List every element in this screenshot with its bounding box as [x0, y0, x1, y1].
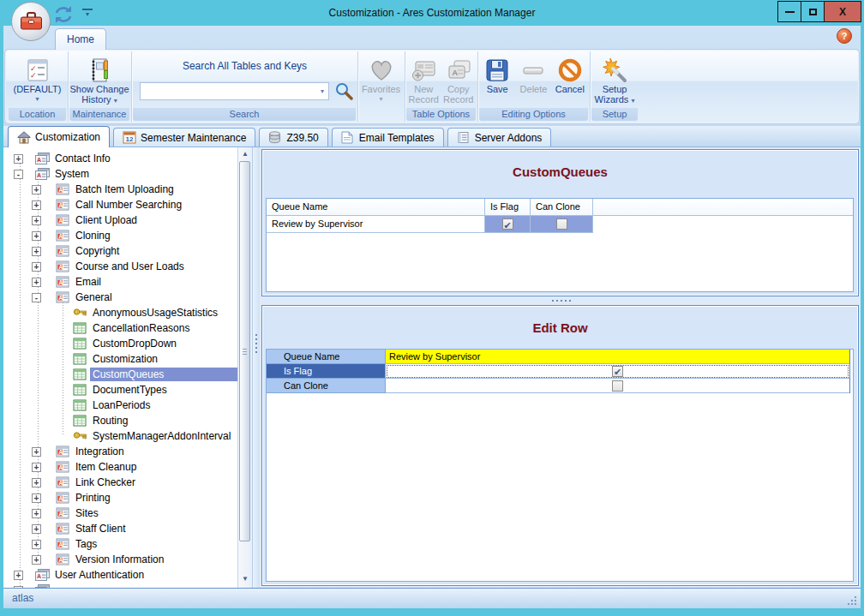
tree-item-link-checker[interactable]: +ALink Checker	[3, 475, 237, 490]
tree-item-item[interactable]: +A	[3, 583, 237, 588]
tree-scrollbar[interactable]: ▲ ▼	[237, 147, 252, 588]
column-header-queue-name[interactable]: Queue Name	[267, 199, 485, 216]
expander-icon[interactable]: +	[32, 524, 41, 534]
tree-item-label: Link Checker	[73, 475, 138, 489]
tree-item-staff-client[interactable]: +AStaff Client	[3, 521, 237, 536]
new-record-button[interactable]: New Record	[406, 53, 441, 110]
tree-item-cloning[interactable]: +ACloning	[3, 228, 237, 243]
column-header-is-flag[interactable]: Is Flag	[485, 199, 531, 216]
tree-item-label: Integration	[73, 445, 127, 458]
tree-item-printing[interactable]: +APrinting	[3, 490, 237, 505]
svg-text:12: 12	[126, 135, 134, 143]
table-icon	[73, 384, 87, 396]
tree-item-tags[interactable]: +ATags	[3, 536, 237, 552]
doc-tab-semester-maintenance[interactable]: 12Semester Maintenance	[113, 128, 255, 147]
tree-item-system[interactable]: -ASystem	[3, 166, 237, 182]
copy-record-button[interactable]: A Copy Record	[441, 53, 477, 110]
expander-icon[interactable]: +	[32, 493, 41, 503]
expander-icon[interactable]: +	[32, 216, 41, 225]
tree-item-routing[interactable]: Routing	[3, 413, 237, 428]
checkbox[interactable]	[502, 218, 513, 230]
vertical-splitter[interactable]	[252, 147, 260, 588]
tree-item-customqueues[interactable]: CustomQueues	[3, 367, 237, 382]
sync-icon[interactable]	[53, 5, 74, 24]
tree-item-call-number-searching[interactable]: +ACall Number Searching	[3, 197, 237, 212]
doc-tab-customization[interactable]: Customization	[8, 126, 110, 147]
tree-item-customization[interactable]: Customization	[3, 351, 237, 367]
close-button[interactable]: X	[824, 1, 861, 22]
search-input[interactable]	[141, 84, 316, 99]
tree-item-customdropdown[interactable]: CustomDropDown	[3, 336, 237, 351]
expander-icon[interactable]: +	[32, 231, 41, 241]
form-icon: A	[56, 183, 70, 195]
field-value[interactable]	[386, 379, 849, 393]
expander-icon[interactable]: +	[32, 278, 41, 287]
application-menu-button[interactable]	[11, 2, 51, 41]
tree-item-documenttypes[interactable]: DocumentTypes	[3, 382, 237, 398]
magnifier-icon[interactable]	[334, 81, 353, 102]
tree-item-sites[interactable]: +ASites	[3, 505, 237, 521]
expander-icon[interactable]: +	[32, 540, 41, 549]
expander-icon[interactable]: +	[14, 154, 23, 164]
tree-item-version-information[interactable]: +AVersion Information	[3, 552, 237, 567]
tree-item-client-upload[interactable]: +AClient Upload	[3, 212, 237, 228]
location-default-button[interactable]: ✓✓ (DEFAULT) ▾	[9, 53, 66, 110]
checkbox[interactable]	[612, 366, 623, 377]
show-change-history-button[interactable]: Show Change History ▾	[69, 53, 129, 110]
expander-icon[interactable]: -	[14, 170, 23, 179]
tab-home[interactable]: Home	[55, 28, 106, 50]
tree-item-anonymoususagestatistics[interactable]: AnonymousUsageStatistics	[3, 305, 237, 320]
cancel-button[interactable]: Cancel	[552, 53, 588, 110]
delete-button[interactable]: Delete	[515, 53, 551, 110]
field-value[interactable]	[386, 364, 849, 379]
favorites-button[interactable]: Favorites ▾	[359, 53, 403, 110]
expander-icon[interactable]: +	[32, 463, 41, 472]
tree-item-cancellationreasons[interactable]: CancellationReasons	[3, 320, 237, 336]
chevron-down-icon[interactable]: ▾	[316, 87, 328, 95]
expander-icon[interactable]: +	[32, 247, 41, 256]
tree-item-loanperiods[interactable]: LoanPeriods	[3, 398, 237, 413]
help-button[interactable]: ?	[837, 28, 852, 44]
expander-icon[interactable]: -	[32, 293, 41, 302]
tree-item-label: Cloning	[73, 229, 113, 242]
column-header-can-clone[interactable]: Can Clone	[531, 199, 593, 216]
checkbox[interactable]	[612, 380, 623, 392]
checkbox[interactable]	[556, 218, 567, 230]
expander-icon[interactable]: +	[14, 571, 23, 580]
tree-item-copyright[interactable]: +ACopyright	[3, 243, 237, 259]
save-button[interactable]: Save	[479, 53, 515, 110]
tree-item-course-and-user-loads[interactable]: +ACourse and User Loads	[3, 259, 237, 274]
horizontal-splitter[interactable]	[261, 297, 859, 304]
resize-grip-icon[interactable]	[855, 603, 856, 605]
expander-icon[interactable]: +	[32, 509, 41, 518]
tree-item-integration[interactable]: +AIntegration	[3, 444, 237, 459]
expander-icon[interactable]: +	[14, 586, 23, 589]
scrollbar-thumb[interactable]	[239, 161, 250, 541]
doc-tab-server-addons[interactable]: Server Addons	[447, 128, 552, 147]
expander-icon[interactable]: +	[32, 262, 41, 272]
application-window: Customization - Ares Customization Manag…	[0, 0, 864, 616]
tree-item-item-cleanup[interactable]: +AItem Cleanup	[3, 459, 237, 475]
field-value[interactable]: Review by Supervisor	[386, 350, 849, 364]
expander-icon[interactable]: +	[32, 478, 41, 487]
expander-icon[interactable]: +	[32, 447, 41, 457]
scroll-down-icon[interactable]: ▼	[238, 575, 252, 583]
minimize-button[interactable]	[777, 1, 801, 22]
tree-item-user-authentication[interactable]: +AUser Authentication	[3, 567, 237, 583]
scroll-up-icon[interactable]: ▲	[238, 150, 252, 158]
tree-item-general[interactable]: -AGeneral	[3, 290, 237, 305]
tree-item-batch-item-uploading[interactable]: +ABatch Item Uploading	[3, 182, 237, 197]
expander-icon[interactable]: +	[32, 200, 41, 210]
doc-tab-email-templates[interactable]: Email Templates	[332, 128, 444, 147]
doc-tab-z39-50[interactable]: Z39.50	[259, 128, 327, 147]
maximize-button[interactable]	[801, 1, 825, 22]
tree-item-systemmanageraddoninterval[interactable]: SystemManagerAddonInterval	[3, 428, 237, 444]
tree-item-contact-info[interactable]: +AContact Info	[3, 151, 237, 166]
expander-icon[interactable]: +	[32, 185, 41, 194]
expander-icon[interactable]: +	[32, 555, 41, 565]
svg-text:A: A	[58, 557, 63, 563]
tree-item-email[interactable]: +AEmail	[3, 274, 237, 290]
table-row[interactable]: Review by Supervisor	[267, 216, 853, 233]
toolbar-options-icon[interactable]: ▾	[82, 9, 93, 19]
setup-wizards-button[interactable]: Setup Wizards ▾	[591, 53, 638, 110]
